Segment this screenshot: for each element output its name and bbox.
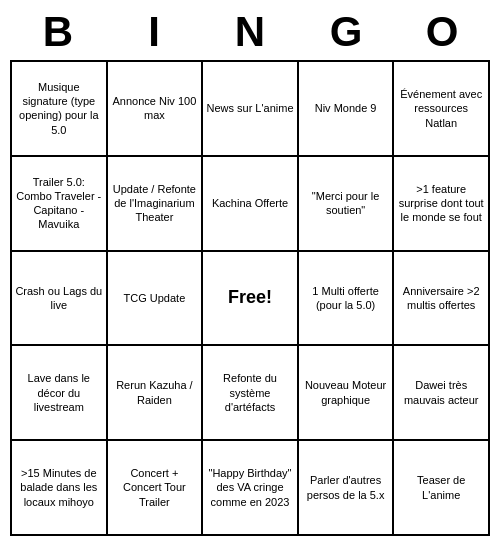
- bingo-cell-1[interactable]: Annonce Niv 100 max: [107, 61, 203, 156]
- bingo-cell-9[interactable]: >1 feature surprise dont tout le monde s…: [393, 156, 489, 251]
- bingo-cell-15[interactable]: Lave dans le décor du livestream: [11, 345, 107, 440]
- title-g: G: [302, 8, 390, 56]
- bingo-cell-4[interactable]: Événement avec ressources Natlan: [393, 61, 489, 156]
- bingo-cell-20[interactable]: >15 Minutes de balade dans les locaux mi…: [11, 440, 107, 535]
- bingo-cell-19[interactable]: Dawei très mauvais acteur: [393, 345, 489, 440]
- bingo-cell-7[interactable]: Kachina Offerte: [202, 156, 298, 251]
- bingo-title: B I N G O: [10, 8, 490, 56]
- bingo-cell-23[interactable]: Parler d'autres persos de la 5.x: [298, 440, 394, 535]
- bingo-cell-10[interactable]: Crash ou Lags du live: [11, 251, 107, 346]
- title-i: I: [110, 8, 198, 56]
- title-b: B: [14, 8, 102, 56]
- bingo-cell-21[interactable]: Concert + Concert Tour Trailer: [107, 440, 203, 535]
- bingo-cell-13[interactable]: 1 Multi offerte (pour la 5.0): [298, 251, 394, 346]
- title-o: O: [398, 8, 486, 56]
- bingo-cell-16[interactable]: Rerun Kazuha / Raiden: [107, 345, 203, 440]
- bingo-grid: Musique signature (type opening) pour la…: [10, 60, 490, 536]
- bingo-cell-6[interactable]: Update / Refonte de l'Imaginarium Theate…: [107, 156, 203, 251]
- bingo-cell-22[interactable]: "Happy Birthday" des VA cringe comme en …: [202, 440, 298, 535]
- bingo-cell-8[interactable]: "Merci pour le soutien": [298, 156, 394, 251]
- title-n: N: [206, 8, 294, 56]
- bingo-cell-24[interactable]: Teaser de L'anime: [393, 440, 489, 535]
- bingo-cell-0[interactable]: Musique signature (type opening) pour la…: [11, 61, 107, 156]
- bingo-cell-18[interactable]: Nouveau Moteur graphique: [298, 345, 394, 440]
- bingo-cell-14[interactable]: Anniversaire >2 multis offertes: [393, 251, 489, 346]
- bingo-cell-12[interactable]: Free!: [202, 251, 298, 346]
- bingo-cell-5[interactable]: Trailer 5.0: Combo Traveler - Capitano -…: [11, 156, 107, 251]
- bingo-cell-2[interactable]: News sur L'anime: [202, 61, 298, 156]
- bingo-cell-17[interactable]: Refonte du système d'artéfacts: [202, 345, 298, 440]
- bingo-cell-3[interactable]: Niv Monde 9: [298, 61, 394, 156]
- bingo-cell-11[interactable]: TCG Update: [107, 251, 203, 346]
